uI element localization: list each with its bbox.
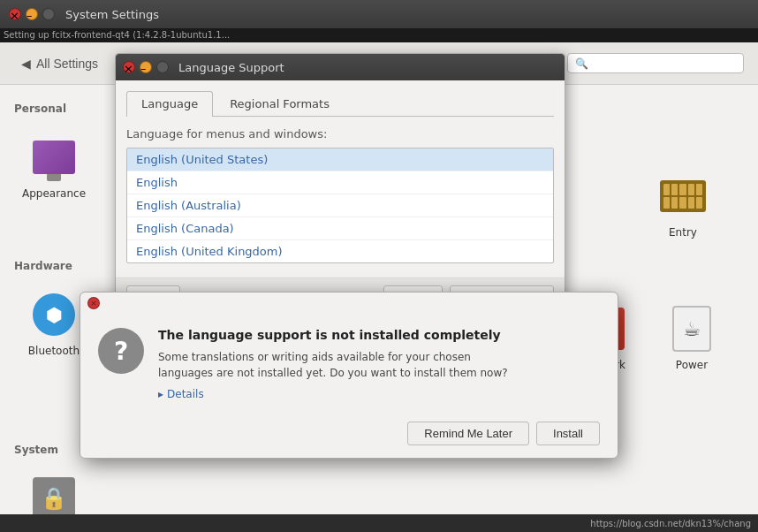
remind-later-button[interactable]: Remind Me Later bbox=[407, 422, 529, 445]
alert-body: ? The language support is not installed … bbox=[80, 314, 618, 414]
power-icon: ☕ bbox=[667, 304, 716, 353]
minimize-button[interactable]: – bbox=[26, 8, 38, 20]
settings-titlebar: × – System Settings bbox=[0, 0, 758, 28]
alert-close-button[interactable]: × bbox=[87, 297, 100, 309]
list-item[interactable]: English (United States) bbox=[127, 148, 553, 171]
tab-language[interactable]: Language bbox=[126, 91, 213, 117]
lang-section-label: Language for menus and windows: bbox=[126, 127, 554, 141]
lang-maximize-button[interactable] bbox=[156, 61, 169, 73]
list-item[interactable]: English (United Kingdom) bbox=[127, 240, 553, 262]
alert-text-area: The language support is not installed co… bbox=[158, 328, 600, 400]
details-arrow-icon: ▸ bbox=[158, 388, 163, 400]
alert-warning-icon: ? bbox=[98, 328, 144, 374]
back-arrow-icon: ◀ bbox=[21, 57, 31, 71]
search-icon: 🔍 bbox=[575, 57, 588, 70]
list-item[interactable]: English (Australia) bbox=[127, 194, 553, 217]
entry-item[interactable]: Entry bbox=[643, 164, 723, 246]
tab-regional-formats[interactable]: Regional Formats bbox=[215, 91, 345, 116]
bluetooth-icon: ⬢ bbox=[29, 290, 79, 339]
power-label: Power bbox=[676, 359, 708, 371]
details-label: Details bbox=[167, 388, 204, 400]
alert-details-toggle[interactable]: ▸ Details bbox=[158, 388, 600, 400]
alert-titlebar: × bbox=[80, 293, 618, 314]
appearance-label: Appearance bbox=[22, 187, 86, 200]
lang-tabs: Language Regional Formats bbox=[126, 91, 554, 117]
all-settings-button[interactable]: ◀ All Settings bbox=[14, 53, 105, 74]
entry-icon bbox=[658, 171, 708, 221]
alert-title: The language support is not installed co… bbox=[158, 328, 600, 342]
alert-dialog: × ? The language support is not installe… bbox=[80, 292, 618, 459]
alert-description: Some translations or writing aids availa… bbox=[158, 349, 600, 381]
status-url: https://blog.csdn.net/dkn13%/chang bbox=[590, 519, 751, 528]
maximize-button[interactable] bbox=[42, 8, 55, 20]
language-support-dialog: × – Language Support Language Regional F… bbox=[115, 53, 565, 315]
install-button[interactable]: Install bbox=[536, 422, 600, 445]
titlebar-buttons: × – bbox=[9, 8, 55, 20]
window-title: System Settings bbox=[65, 8, 159, 21]
alert-footer: Remind Me Later Install bbox=[80, 414, 618, 458]
appearance-item[interactable]: Appearance bbox=[14, 125, 94, 207]
close-button[interactable]: × bbox=[9, 8, 21, 20]
status-bar: https://blog.csdn.net/dkn13%/chang bbox=[0, 514, 758, 532]
lang-minimize-button[interactable]: – bbox=[140, 61, 152, 73]
lang-dialog-titlebar: × – Language Support bbox=[116, 54, 565, 80]
appearance-icon bbox=[29, 133, 79, 182]
bluetooth-label: Bluetooth bbox=[28, 345, 80, 357]
lang-dialog-title: Language Support bbox=[178, 61, 284, 74]
search-box: 🔍 bbox=[567, 53, 744, 73]
lang-dialog-body: Language Regional Formats Language for m… bbox=[116, 80, 565, 274]
language-list: English (United States) English English … bbox=[126, 148, 554, 263]
terminal-strip: Setting up fcitx-frontend-qt4 (1:4.2.8-1… bbox=[0, 28, 758, 42]
list-item[interactable]: English (Canada) bbox=[127, 217, 553, 240]
lang-titlebar-buttons: × – bbox=[123, 61, 169, 73]
lang-close-button[interactable]: × bbox=[123, 61, 135, 73]
entry-label: Entry bbox=[669, 226, 697, 239]
list-item[interactable]: English bbox=[127, 171, 553, 194]
power-item[interactable]: ☕ Power bbox=[652, 297, 731, 378]
search-input[interactable] bbox=[594, 57, 726, 70]
